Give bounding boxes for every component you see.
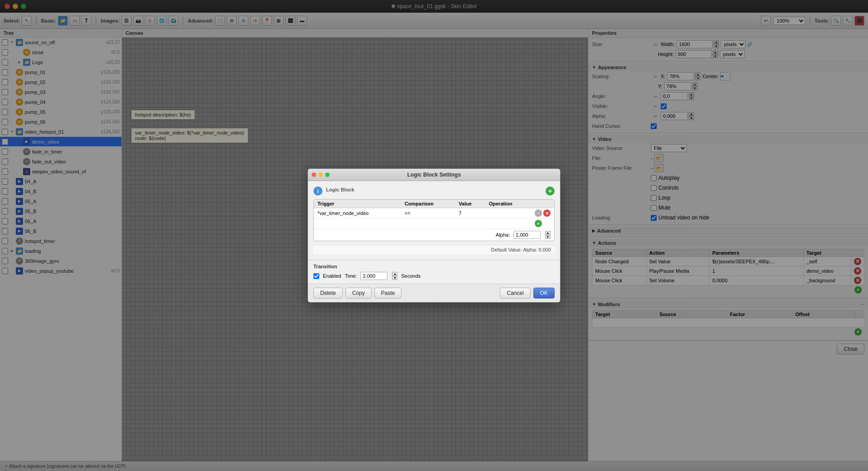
modal-section-label: Logic Block: [326, 187, 354, 192]
modal-table-row-empty: +: [314, 219, 554, 229]
transition-time-label: Time:: [345, 273, 357, 279]
modal-table-body: *var_timer_node_video >= 7 ≡ ✕: [314, 208, 554, 229]
row1-scroll-btn[interactable]: ≡: [535, 210, 542, 217]
modal-alpha-row: Alpha: ▲▼: [314, 229, 554, 241]
default-value: Alpha: 0.000: [523, 247, 551, 252]
modal-titlebar: Logic Block Settings: [308, 169, 560, 181]
ar-down[interactable]: ▼: [545, 235, 551, 239]
transition-time-input[interactable]: [360, 272, 387, 280]
alpha-row-input[interactable]: [513, 231, 541, 239]
modal-close-btn[interactable]: [312, 173, 316, 177]
paste-btn[interactable]: Paste: [374, 288, 402, 298]
row1-actions: ≡ ✕: [535, 210, 551, 217]
info-icon[interactable]: i: [313, 187, 322, 196]
transition-label: Transition: [313, 264, 555, 269]
modal-table-wrapper: Trigger Comparison Value Operation *var_…: [313, 199, 555, 241]
row-empty-operation: [485, 219, 531, 229]
transition-seconds-label: Seconds: [401, 273, 420, 279]
add-row-icon[interactable]: +: [546, 187, 555, 196]
row-empty-trigger: [314, 219, 401, 229]
transition-stepper[interactable]: ▲▼: [392, 272, 397, 280]
modal-footer: Delete Copy Paste Cancel OK: [308, 284, 560, 302]
tr-down[interactable]: ▼: [392, 276, 397, 280]
tr-up[interactable]: ▲: [392, 272, 397, 276]
modal-max-btn[interactable]: [325, 173, 330, 177]
modal-body: i Logic Block + Trigger Comparison Value…: [308, 181, 560, 260]
transition-enabled-checkbox[interactable]: [313, 273, 319, 279]
modal-transition: Transition Enabled Time: ▲▼ Seconds: [308, 260, 560, 284]
row-empty-comparison: [401, 219, 455, 229]
modal-section-header: i Logic Block +: [313, 187, 555, 196]
col-value: Value: [455, 200, 485, 208]
row-empty-value: [455, 219, 485, 229]
modal-min-btn[interactable]: [318, 173, 323, 177]
row-add-btn[interactable]: +: [535, 220, 542, 227]
modal-title: Logic Block Settings: [407, 172, 461, 178]
copy-btn[interactable]: Copy: [345, 288, 372, 298]
transition-enabled-label: Enabled: [323, 273, 341, 279]
ok-btn[interactable]: OK: [533, 288, 555, 298]
modal-footer-left: Delete Copy Paste: [313, 288, 401, 298]
modal-traffic-lights: [312, 173, 330, 177]
delete-btn[interactable]: Delete: [313, 288, 343, 298]
modal-table-header: Trigger Comparison Value Operation: [314, 200, 554, 208]
row-empty-btns: +: [531, 219, 554, 229]
modal-table: Trigger Comparison Value Operation *var_…: [314, 200, 554, 229]
alpha-row-stepper[interactable]: ▲▼: [545, 231, 551, 239]
logic-block-modal: Logic Block Settings i Logic Block + Tri…: [308, 168, 560, 303]
row-empty-actions: +: [535, 220, 551, 227]
row1-comparison: >=: [401, 208, 455, 219]
modal-section-left: i Logic Block: [313, 187, 354, 196]
row1-remove-btn[interactable]: ✕: [543, 210, 551, 217]
modal-footer-right: Cancel OK: [500, 288, 555, 298]
row1-value: 7: [455, 208, 485, 219]
col-comparison: Comparison: [401, 200, 455, 208]
alpha-row-label: Alpha:: [496, 232, 510, 238]
default-value-label: Default Value:: [491, 247, 522, 252]
col-row-btns: [531, 200, 554, 208]
row1-btns: ≡ ✕: [531, 208, 554, 219]
transition-row: Enabled Time: ▲▼ Seconds: [313, 272, 555, 280]
cancel-btn[interactable]: Cancel: [500, 288, 530, 298]
modal-table-row-1: *var_timer_node_video >= 7 ≡ ✕: [314, 208, 554, 219]
col-trigger: Trigger: [314, 200, 401, 208]
modal-overlay: Logic Block Settings i Logic Block + Tri…: [0, 0, 868, 471]
row1-trigger: *var_timer_node_video: [314, 208, 401, 219]
row1-operation: [485, 208, 531, 219]
modal-default-value: Default Value: Alpha: 0.000: [313, 245, 555, 254]
ar-up[interactable]: ▲: [545, 231, 551, 235]
col-operation: Operation: [485, 200, 531, 208]
